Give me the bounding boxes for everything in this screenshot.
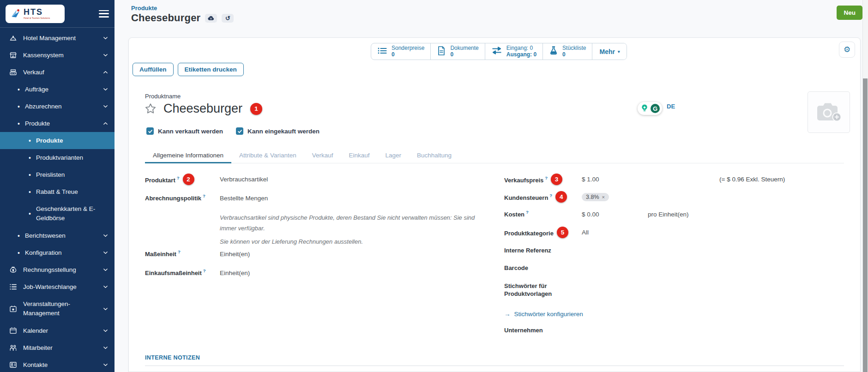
sidebar-item-veranstaltungen-management[interactable]: Veranstaltungen-Management (0, 295, 115, 322)
lightbulb-icon (639, 103, 650, 114)
chevron-down-icon (103, 87, 108, 92)
tab-allgemeine-informationen[interactable]: Allgemeine Informationen (145, 149, 231, 163)
sidebar-item-mitarbeiter[interactable]: Mitarbeiter (0, 339, 115, 356)
caret-down-icon: ▾ (618, 49, 620, 54)
field-label: Unternehmen (504, 326, 582, 334)
sidebar-item-produktvarianten[interactable]: •Produktvarianten (0, 149, 115, 166)
document-icon (437, 46, 446, 58)
help-question-icon[interactable]: ? (549, 192, 552, 199)
app-logo[interactable]: HTS Hotel & Tourism Solutions (6, 5, 65, 23)
tab-einkauf[interactable]: Einkauf (341, 149, 377, 163)
help-question-icon[interactable]: ? (545, 174, 548, 182)
moneybag-icon (8, 265, 18, 274)
field-row-maßeinheit: Maßeinheit?Einheit(en) (145, 250, 482, 259)
stat-button-stückliste[interactable]: Stückliste 0 (543, 43, 592, 60)
field-value[interactable]: Verbrauchsartikel (220, 175, 268, 183)
tab-buchhaltung[interactable]: Buchhaltung (409, 149, 459, 163)
sidebar-item-kalender[interactable]: Kalender (0, 322, 115, 339)
product-image-placeholder[interactable] (808, 91, 850, 133)
sidebar-item-produkte[interactable]: •Produkte (0, 115, 115, 132)
camera-plus-icon (816, 102, 842, 123)
sidebar-item-konfiguration[interactable]: •Konfiguration (0, 244, 115, 261)
page-title-row: Cheeseburger ↺ (131, 12, 234, 24)
sidebar-item-berichtswesen[interactable]: •Berichtswesen (0, 227, 115, 244)
scrollbar-track[interactable] (862, 0, 868, 372)
grammar-assistant-pill[interactable]: G (638, 102, 662, 115)
callout-badge-4: 4 (555, 191, 567, 203)
field-value[interactable]: $ 0.00 (582, 210, 599, 218)
field-label: Stichwörter für Produktvorlagen (504, 282, 582, 298)
bullet: • (18, 103, 20, 110)
tab-lager[interactable]: Lager (377, 149, 409, 163)
sidebar-item-kassensystem[interactable]: Kassensystem (0, 47, 115, 64)
bullet: • (29, 171, 31, 179)
favorite-star-icon[interactable] (144, 102, 157, 116)
fields-column-left: Produktart?2VerbrauchsartikelAbrechnungs… (145, 175, 482, 286)
stat-button-eingang-0[interactable]: Eingang: 0 Ausgang: 0 (485, 43, 543, 60)
help-question-icon[interactable]: ? (203, 192, 205, 200)
sidebar-item-verkauf[interactable]: Verkauf (0, 64, 115, 81)
help-note: Sie können vor der Lieferung Rechnungen … (220, 236, 490, 247)
tax-tag[interactable]: 3.8%× (582, 193, 609, 201)
field-value[interactable]: $ 1.00 (582, 175, 599, 183)
help-question-icon[interactable]: ? (203, 267, 206, 275)
sidebar-item-preislisten[interactable]: •Preislisten (0, 166, 115, 183)
logo-text: HTS (24, 8, 50, 16)
sidebar-item-job-warteschlange[interactable]: Job-Warteschlange (0, 278, 115, 295)
help-question-icon[interactable]: ? (177, 174, 180, 182)
settings-gear-button[interactable]: ⚙ (839, 42, 855, 58)
product-name-value[interactable]: Cheeseburger (163, 102, 242, 116)
undo-icon[interactable]: ↺ (222, 14, 234, 23)
cloud-upload-icon[interactable] (205, 14, 217, 23)
callout-badge-3: 3 (551, 174, 562, 185)
bullet: • (18, 232, 20, 240)
sidebar-item-abzurechnen[interactable]: •Abzurechnen (0, 98, 115, 115)
etiketten-drucken-button[interactable]: Etiketten drucken (178, 63, 244, 76)
list-icon (377, 46, 387, 57)
language-badge[interactable]: DE (667, 103, 675, 110)
field-value[interactable]: Einheit(en) (220, 250, 250, 258)
chevron-up-icon (103, 121, 108, 126)
calendar-icon (8, 326, 18, 335)
sidebar-item-rabatt-treue[interactable]: •Rabatt & Treue (0, 183, 115, 200)
scrollbar-thumb[interactable] (863, 78, 868, 372)
field-row-abrechnungspolitik: Abrechnungspolitik?Bestellte Mengen (145, 194, 482, 204)
field-value[interactable]: All (582, 228, 589, 236)
checked-checkbox-icon[interactable] (236, 127, 243, 135)
help-question-icon[interactable]: ? (526, 208, 529, 216)
field-label: Kosten? (504, 210, 582, 218)
more-button[interactable]: Mehr▾ (592, 43, 627, 60)
callout-badge-2: 2 (183, 174, 194, 185)
configure-tags-link[interactable]: → Stichwörter konfigurieren (504, 311, 583, 318)
notebook-tabs: Allgemeine InformationenAttribute & Vari… (145, 149, 844, 163)
field-value[interactable]: Einheit(en) (220, 269, 250, 277)
checkbox-kann-eingekauft-werden[interactable]: Kann eingekauft werden (236, 127, 319, 135)
bullet: • (18, 86, 20, 93)
field-suffix: pro Einheit(en) (648, 211, 689, 218)
sidebar-item-hotel-management[interactable]: Hotel Management (0, 30, 115, 47)
stat-button-dokumente[interactable]: Dokumente 0 (431, 43, 485, 60)
sidebar-item-rechnungsstellung[interactable]: Rechnungsstellung (0, 261, 115, 278)
arrow-right-icon: → (504, 311, 511, 318)
tab-verkauf[interactable]: Verkauf (304, 149, 341, 163)
checkbox-kann-verkauft-werden[interactable]: Kann verkauft werden (146, 127, 223, 135)
sidebar-item-geschenkkarten-e-geldbörse[interactable]: •Geschenkkarten & E-Geldbörse (0, 200, 115, 227)
remove-tag-icon[interactable]: × (602, 194, 605, 200)
checked-checkbox-icon[interactable] (146, 127, 154, 135)
sidebar-item-kontakte[interactable]: Kontakte (0, 356, 115, 372)
field-value[interactable]: Bestellte Mengen (220, 194, 268, 202)
sidebar: HTS Hotel & Tourism Solutions Hotel Mana… (0, 0, 115, 372)
tab-attribute-varianten[interactable]: Attribute & Varianten (231, 149, 304, 163)
internal-notes-heading[interactable]: INTERNE NOTIZEN (145, 354, 200, 361)
bullet: • (29, 137, 31, 144)
sidebar-item-produkte[interactable]: •Produkte (0, 132, 115, 149)
hamburger-menu-icon[interactable] (99, 10, 109, 18)
breadcrumb[interactable]: Produkte (131, 5, 157, 12)
field-label: Interne Referenz (504, 246, 582, 254)
auffüllen-button[interactable]: Auffüllen (133, 63, 174, 76)
help-question-icon[interactable]: ? (178, 248, 181, 256)
sidebar-item-aufträge[interactable]: •Aufträge (0, 81, 115, 98)
field-row-barcode: Barcode (504, 264, 860, 273)
stat-button-sonderpreise[interactable]: Sonderpreise 0 (371, 43, 431, 60)
new-button[interactable]: Neu (837, 6, 862, 20)
